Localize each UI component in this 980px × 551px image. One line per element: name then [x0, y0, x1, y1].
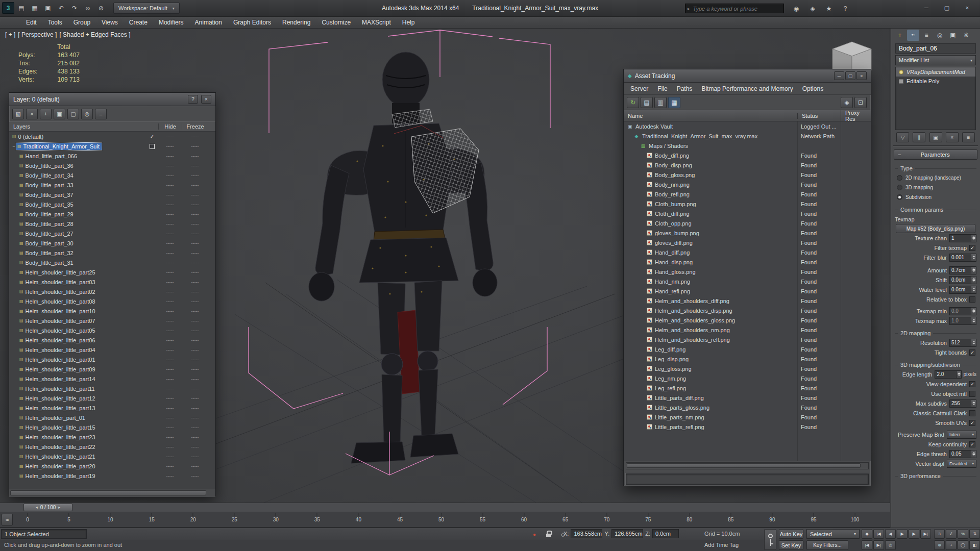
freeze-toggle[interactable]: -----: [182, 425, 208, 430]
hide-toggle[interactable]: -----: [158, 260, 182, 265]
asset-row[interactable]: Body_gloss.pngFound: [624, 170, 871, 180]
texture-chan-field[interactable]: 1: [949, 234, 971, 242]
hide-toggle[interactable]: -----: [158, 221, 182, 227]
modifier-stack-item[interactable]: Editable Poly: [896, 77, 975, 86]
hide-toggle[interactable]: -----: [158, 299, 182, 304]
open-file-button[interactable]: ▦: [29, 2, 41, 14]
filter-blur-spinner[interactable]: [971, 254, 976, 262]
asset-row[interactable]: Leg_nm.pngFound: [624, 373, 871, 383]
menu-item-tools[interactable]: Tools: [42, 17, 68, 29]
column-header-freeze[interactable]: Freeze: [182, 123, 208, 130]
asset-menu-file[interactable]: File: [653, 83, 672, 95]
column-header-layers[interactable]: Layers: [9, 123, 146, 130]
layer-row[interactable]: ▤Helm_shoulder_little_part21----------: [9, 452, 215, 461]
timeline-tick[interactable]: 35: [314, 513, 320, 522]
help-button[interactable]: ?: [188, 95, 198, 104]
remove-modifier-button[interactable]: ×: [946, 132, 959, 142]
asset-row[interactable]: Leg_diff.pngFound: [624, 344, 871, 354]
water-level-field[interactable]: 0.0cm: [949, 286, 971, 294]
hide-toggle[interactable]: -----: [158, 251, 182, 256]
edge-length-field[interactable]: 2.0: [935, 370, 956, 379]
layer-row[interactable]: ▤Helm_shoulder_little_part03----------: [9, 277, 215, 287]
modifier-enable-bulb-icon[interactable]: [899, 70, 903, 74]
viewport-menu-plus[interactable]: [ + ]: [5, 31, 15, 38]
hide-toggle[interactable]: -----: [158, 406, 182, 411]
hide-toggle[interactable]: -----: [158, 163, 182, 168]
search-go-icon[interactable]: ▸: [688, 6, 690, 11]
pan-button[interactable]: +: [946, 540, 957, 550]
zoom-button[interactable]: ⊕: [934, 540, 945, 550]
column-header-proxy-res[interactable]: Proxy Res: [841, 110, 871, 122]
filter-texmap-checkbox[interactable]: [969, 245, 975, 251]
menu-item-create[interactable]: Create: [124, 17, 153, 29]
layer-row[interactable]: ▤Body_little_part_34----------: [9, 170, 215, 180]
layer-row[interactable]: ▤Helm_shoulder_little_part14----------: [9, 374, 215, 384]
layer-row[interactable]: ▤Helm_shoulder_little_part01----------: [9, 355, 215, 364]
layer-horizontal-scrollbar[interactable]: [9, 489, 215, 497]
edge-length-spinner[interactable]: [956, 370, 962, 379]
object-name-field[interactable]: Body_part_06: [895, 43, 976, 54]
freeze-toggle[interactable]: -----: [182, 444, 208, 449]
freeze-toggle[interactable]: -----: [182, 386, 208, 391]
asset-row[interactable]: Helm_and_shoulders_diff.pngFound: [624, 296, 871, 306]
select-and-link-button[interactable]: ∞: [82, 2, 94, 14]
asset-row[interactable]: Cloth_opp.pngFound: [624, 218, 871, 228]
hide-toggle[interactable]: -----: [158, 415, 182, 420]
hide-toggle[interactable]: -----: [158, 202, 182, 207]
freeze-toggle[interactable]: -----: [182, 260, 208, 265]
timeline-tick[interactable]: 20: [190, 513, 196, 522]
texture-chan-spinner[interactable]: [971, 234, 976, 242]
asset-row[interactable]: Hand_diff.pngFound: [624, 247, 871, 257]
layer-row[interactable]: ▤Helm_shoulder_little_part23----------: [9, 432, 215, 442]
hide-toggle[interactable]: -----: [158, 328, 182, 333]
shift-spinner[interactable]: [971, 276, 976, 284]
asset-row[interactable]: Little_parts_gloss.pngFound: [624, 403, 871, 412]
freeze-toggle[interactable]: -----: [182, 144, 208, 149]
hide-toggle[interactable]: -----: [158, 289, 182, 294]
asset-row[interactable]: Cloth_diff.pngFound: [624, 209, 871, 218]
hide-toggle[interactable]: -----: [158, 280, 182, 285]
freeze-toggle[interactable]: -----: [182, 154, 208, 159]
freeze-toggle[interactable]: -----: [182, 231, 208, 236]
asset-row[interactable]: Body_diff.pngFound: [624, 151, 871, 160]
search-settings-icon[interactable]: ◈: [806, 3, 819, 14]
asset-row[interactable]: Little_parts_diff.pngFound: [624, 393, 871, 403]
freeze-toggle[interactable]: -----: [182, 221, 208, 227]
tab-modify-icon[interactable]: ≈: [907, 30, 919, 41]
asset-row[interactable]: ▧Maps / Shaders: [624, 141, 871, 151]
smooth-uvs-checkbox[interactable]: [969, 420, 975, 426]
resolution-spinner[interactable]: [971, 339, 976, 347]
asset-row[interactable]: gloves_bump.pngFound: [624, 228, 871, 238]
menu-item-animation[interactable]: Animation: [189, 17, 228, 29]
layer-row[interactable]: ▤Body_little_part_30----------: [9, 238, 215, 248]
freeze-toggle[interactable]: -----: [182, 464, 208, 469]
timeline-tick[interactable]: 30: [273, 513, 279, 522]
timeline-tick[interactable]: 5: [67, 513, 70, 522]
asset-row[interactable]: Hand_disp.pngFound: [624, 257, 871, 267]
timeline-tick[interactable]: 60: [521, 513, 527, 522]
scrollbar-thumb[interactable]: [10, 490, 206, 495]
hide-toggle[interactable]: -----: [158, 183, 182, 188]
timeline-tick[interactable]: 25: [232, 513, 237, 522]
hide-toggle[interactable]: -----: [158, 212, 182, 217]
refresh-button[interactable]: ↻: [627, 97, 639, 108]
menu-item-rendering[interactable]: Rendering: [277, 17, 316, 29]
angle-snap-button[interactable]: ∠: [946, 529, 957, 539]
timeline-tick[interactable]: 85: [728, 513, 733, 522]
scrollbar-thumb[interactable]: [627, 463, 861, 468]
hide-toggle[interactable]: -----: [158, 173, 182, 178]
layer-row[interactable]: ▤Body_little_part_35----------: [9, 199, 215, 209]
texmap-max-spinner[interactable]: [971, 317, 976, 325]
timeline-tick[interactable]: 75: [645, 513, 651, 522]
select-layer-objects-button[interactable]: ▢: [67, 109, 79, 119]
hide-toggle[interactable]: -----: [158, 425, 182, 430]
layer-row[interactable]: ▤Body_little_part_37----------: [9, 190, 215, 199]
freeze-toggle[interactable]: -----: [182, 192, 208, 197]
freeze-toggle[interactable]: -----: [182, 318, 208, 323]
asset-row[interactable]: Leg_gloss.pngFound: [624, 364, 871, 373]
layer-row[interactable]: ▤Helm_shoulder_little_part12----------: [9, 393, 215, 403]
layer-row[interactable]: ▤Helm_shoulder_little_part08----------: [9, 296, 215, 306]
asset-row[interactable]: Little_parts_refl.pngFound: [624, 422, 871, 432]
timeline-tick[interactable]: 70: [604, 513, 609, 522]
isolate-selection-toggle[interactable]: ●: [530, 530, 539, 539]
